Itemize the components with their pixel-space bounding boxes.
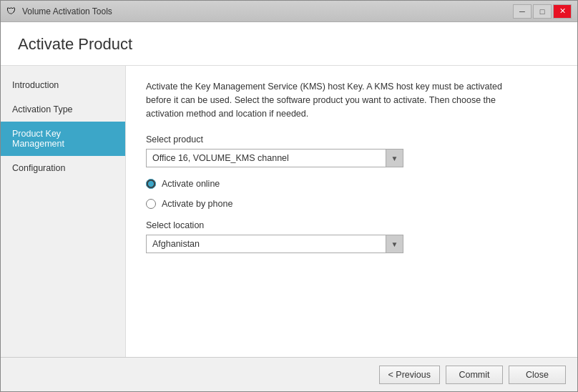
select-location-label: Select location	[146, 220, 557, 230]
location-select[interactable]: Afghanistan Albania Algeria United State…	[147, 235, 403, 253]
close-button[interactable]: Close	[509, 366, 566, 384]
title-bar: 🛡 Volume Activation Tools ─ □ ✕	[1, 1, 577, 22]
footer: < Previous Commit Close	[1, 357, 577, 391]
commit-button[interactable]: Commit	[446, 366, 503, 384]
product-select[interactable]: Office 16, VOLUME_KMS channel Windows 10…	[147, 150, 403, 167]
previous-button[interactable]: < Previous	[379, 366, 440, 384]
sidebar-item-configuration[interactable]: Configuration	[1, 156, 125, 180]
minimize-button[interactable]: ─	[513, 4, 532, 19]
title-bar-title: Volume Activation Tools	[22, 6, 112, 16]
window-icon: 🛡	[6, 6, 18, 17]
main-content: Activate the Key Management Service (KMS…	[126, 66, 577, 357]
description-text: Activate the Key Management Service (KMS…	[146, 80, 518, 120]
location-select-control: Afghanistan Albania Algeria United State…	[146, 235, 403, 253]
maximize-button[interactable]: □	[533, 4, 552, 19]
product-select-control: Office 16, VOLUME_KMS channel Windows 10…	[146, 149, 403, 167]
activation-method-group: Activate online Activate by phone	[146, 179, 557, 209]
radio-item-phone[interactable]: Activate by phone	[146, 199, 557, 209]
close-window-button[interactable]: ✕	[553, 4, 572, 19]
title-bar-controls: ─ □ ✕	[513, 4, 572, 19]
page-title: Activate Product	[18, 35, 560, 54]
window-body: Activate Product Introduction Activation…	[1, 22, 577, 391]
sidebar-item-activation-type[interactable]: Activation Type	[1, 97, 125, 122]
sidebar: Introduction Activation Type Product Key…	[1, 66, 126, 357]
radio-phone-label: Activate by phone	[162, 199, 232, 209]
select-location-group: Select location Afghanistan Albania Alge…	[146, 220, 557, 253]
select-product-group: Select product Office 16, VOLUME_KMS cha…	[146, 134, 557, 167]
window: 🛡 Volume Activation Tools ─ □ ✕ Activate…	[0, 0, 578, 392]
select-product-label: Select product	[146, 134, 557, 144]
sidebar-item-product-key-management[interactable]: Product Key Management	[1, 122, 125, 156]
radio-online-label: Activate online	[162, 179, 220, 189]
content-area: Introduction Activation Type Product Key…	[1, 66, 577, 357]
title-bar-left: 🛡 Volume Activation Tools	[6, 6, 112, 17]
sidebar-item-introduction[interactable]: Introduction	[1, 73, 125, 97]
radio-activate-online[interactable]	[146, 179, 156, 189]
page-title-bar: Activate Product	[1, 22, 577, 66]
radio-item-online[interactable]: Activate online	[146, 179, 557, 189]
radio-activate-phone[interactable]	[146, 199, 156, 209]
